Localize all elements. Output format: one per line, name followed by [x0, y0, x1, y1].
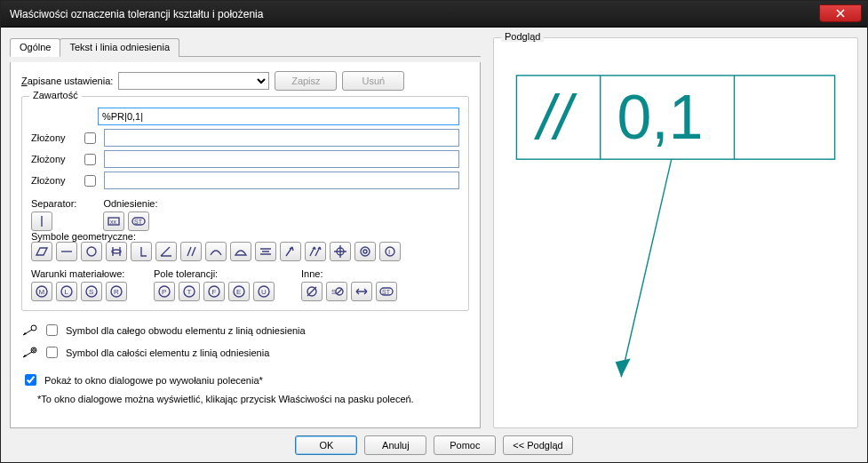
field-label: Pole tolerancji: [154, 268, 275, 279]
content-main-input[interactable] [98, 108, 459, 125]
datum-target-icon: ST [131, 214, 146, 228]
free-state-btn[interactable]: F [203, 282, 225, 301]
dialog-window: Właściwości oznaczenia tolerancji kształ… [0, 0, 868, 463]
ok-label: OK [319, 440, 333, 451]
symmetry-btn[interactable] [255, 242, 276, 261]
compound-label-3: Złożony [31, 175, 76, 186]
save-button-label: Zapisz [291, 76, 320, 86]
svg-text:M: M [39, 288, 45, 296]
left-panel: Ogólne Tekst i linia odniesienia Zapisan… [10, 37, 481, 428]
cancel-label: Anuluj [382, 440, 410, 451]
saved-settings-combo[interactable] [118, 72, 269, 90]
profile-line-icon [209, 244, 223, 259]
tab-text-leader[interactable]: Tekst i linia odniesienia [60, 38, 179, 57]
envelope-btn[interactable]: E [228, 282, 250, 301]
save-button[interactable]: Zapisz [275, 71, 337, 91]
content-fieldset: Zawartość Złożony Złożony [21, 96, 469, 311]
angularity-btn[interactable] [155, 242, 177, 261]
diameter-btn[interactable] [301, 282, 323, 301]
cylindricity-icon [109, 244, 123, 259]
profile-surface-btn[interactable] [230, 242, 251, 261]
leader-line [621, 159, 672, 377]
help-button[interactable]: Pomoc [434, 435, 496, 455]
ok-button[interactable]: OK [295, 435, 357, 455]
spherical-dia-icon: S [330, 284, 344, 299]
spherical-dia-btn[interactable]: S [326, 282, 347, 301]
mmc-btn[interactable]: M [31, 282, 52, 301]
separator-icon [35, 214, 49, 228]
perimeter-symbol-check[interactable] [46, 324, 58, 336]
svg-point-9 [361, 247, 370, 256]
close-button[interactable] [819, 4, 862, 22]
compound-check-3[interactable] [84, 175, 96, 187]
position-icon [333, 244, 347, 259]
geom-label: Symbole geometryczne: [31, 231, 136, 242]
flatness-btn[interactable] [31, 242, 52, 261]
compound-check-1[interactable] [84, 132, 96, 144]
preview-symbol-text: // [534, 83, 577, 152]
show-dialog-check[interactable] [25, 374, 36, 386]
reference-group: Odniesienie: xx ST [103, 195, 157, 231]
svg-text:F: F [212, 288, 217, 296]
tangent-btn[interactable]: T [179, 282, 200, 301]
perimeter-symbol-label: Symbol dla całego obwodu elementu z lini… [66, 325, 306, 336]
independency-btn[interactable]: I [379, 242, 401, 261]
parallelism-btn[interactable] [180, 242, 202, 261]
svg-text:U: U [261, 288, 267, 296]
svg-text:E: E [236, 288, 241, 296]
profile-line-btn[interactable] [205, 242, 227, 261]
toggle-preview-label: << Podgląd [513, 440, 562, 451]
position-btn[interactable] [330, 242, 351, 261]
between-btn[interactable] [351, 282, 372, 301]
tab-general[interactable]: Ogólne [10, 38, 60, 57]
separator-group: Separator: [31, 195, 76, 231]
toggle-preview-button[interactable]: << Podgląd [503, 435, 572, 455]
envelope-icon: E [232, 284, 246, 299]
cylindricity-btn[interactable] [106, 242, 127, 261]
compound-input-1[interactable] [104, 129, 459, 147]
compound-label-1: Złożony [31, 132, 76, 143]
other-group: Inne: S ST [301, 265, 397, 301]
show-dialog-note: *To okno dialogowe można wyświetlić, kli… [37, 394, 469, 404]
saved-settings-row: Zapisane ustawienia: Zapisz Usuń [21, 71, 469, 91]
tangent-icon: T [182, 284, 196, 299]
datum-target-btn[interactable]: ST [128, 212, 149, 231]
total-runout-btn[interactable] [305, 242, 326, 261]
runout-btn[interactable] [280, 242, 301, 261]
right-panel: Podgląd // 0,1 [493, 37, 858, 428]
compound-input-2[interactable] [104, 150, 459, 168]
unequal-btn[interactable]: U [253, 282, 275, 301]
saved-settings-label: Zapisane ustawienia: [21, 76, 113, 86]
datum-frame-btn[interactable]: xx [103, 212, 124, 231]
rfs-btn[interactable]: S [81, 282, 102, 301]
preview-canvas: // 0,1 [508, 56, 843, 413]
concentricity-btn[interactable] [354, 242, 376, 261]
leader-icon [21, 324, 37, 337]
stat-btn[interactable]: ST [376, 282, 397, 301]
projected-btn[interactable]: P [154, 282, 175, 301]
runout-icon [283, 244, 298, 259]
circularity-icon [84, 244, 99, 259]
svg-text:ST: ST [382, 289, 391, 295]
perpendicularity-btn[interactable] [131, 242, 152, 261]
lmc-btn[interactable]: L [56, 282, 77, 301]
material-group: Warunki materiałowe: M L S R [31, 265, 127, 301]
svg-text:S: S [89, 288, 93, 296]
preview-value-text: 0,1 [617, 83, 704, 152]
cancel-button[interactable]: Anuluj [364, 435, 426, 455]
whole-symbol-check[interactable] [46, 347, 58, 358]
straightness-btn[interactable] [56, 242, 77, 261]
reciprocity-btn[interactable]: R [106, 282, 127, 301]
delete-button[interactable]: Usuń [342, 71, 404, 91]
field-group: Pole tolerancji: P T F E U [154, 265, 275, 301]
compound-check-2[interactable] [84, 154, 96, 165]
circularity-btn[interactable] [81, 242, 102, 261]
mmc-icon: M [35, 284, 49, 299]
separator-btn[interactable] [31, 212, 52, 231]
datum-frame-icon: xx [107, 214, 121, 228]
svg-point-41 [33, 348, 36, 351]
compound-input-3[interactable] [104, 172, 459, 189]
separator-label: Separator: [31, 198, 76, 209]
delete-button-label: Usuń [362, 76, 386, 86]
dialog-body: Ogólne Tekst i linia odniesienia Zapisan… [1, 28, 867, 462]
